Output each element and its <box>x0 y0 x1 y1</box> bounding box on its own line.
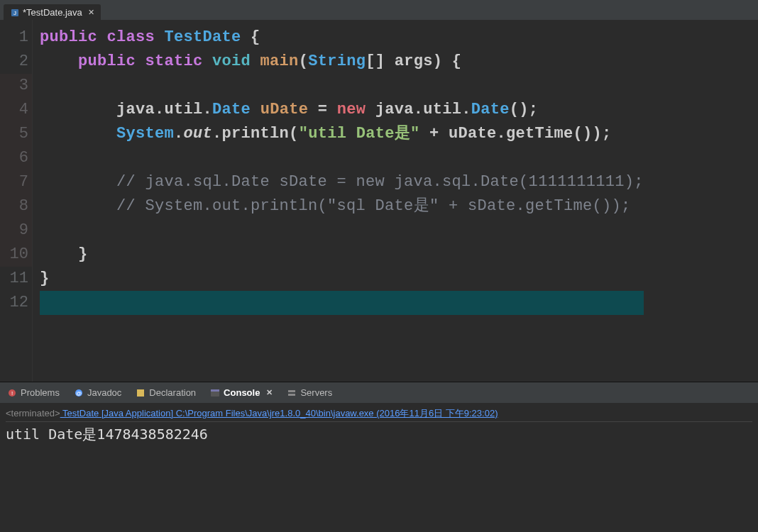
svg-rect-8 <box>211 389 219 392</box>
svg-text:!: ! <box>11 390 13 397</box>
close-icon[interactable]: ✕ <box>88 8 94 17</box>
line-number: 5 <box>9 122 28 146</box>
declaration-icon <box>136 388 145 398</box>
line-number-gutter: 1 2 3 4 5 6 7 8 9 10 11 12 <box>0 20 33 382</box>
javadoc-icon: @ <box>74 388 84 398</box>
editor-tab-testdate[interactable]: J *TestDate.java ✕ <box>4 4 101 20</box>
editor-tab-bar: J *TestDate.java ✕ <box>0 0 758 20</box>
line-number: 3 <box>9 74 28 98</box>
line-number: 12 <box>9 291 28 315</box>
problems-icon: ! <box>7 388 17 398</box>
java-file-icon: J <box>10 8 20 18</box>
line-number: 4 <box>9 98 28 122</box>
svg-text:@: @ <box>76 390 82 397</box>
console-content: <terminated> TestDate [Java Application]… <box>0 404 758 448</box>
line-number: 6 <box>9 146 28 170</box>
line-number: 7 <box>9 170 28 194</box>
line-number: 8 <box>9 194 28 218</box>
line-number: 11 <box>9 267 28 291</box>
line-number: 2 <box>9 50 28 74</box>
cursor-line <box>40 291 644 315</box>
tab-problems[interactable]: ! Problems <box>0 384 67 401</box>
close-icon[interactable]: ✕ <box>266 388 273 397</box>
editor-tab-label: *TestDate.java <box>23 7 82 18</box>
code-content[interactable]: public class TestDate { public static vo… <box>33 20 651 382</box>
svg-rect-6 <box>137 389 144 397</box>
tab-servers[interactable]: Servers <box>280 384 339 401</box>
line-number: 9 <box>9 218 28 243</box>
line-number: 10 <box>9 243 28 267</box>
tab-declaration[interactable]: Declaration <box>128 384 203 401</box>
editor-area[interactable]: 1 2 3 4 5 6 7 8 9 10 11 12 public class … <box>0 20 758 382</box>
console-icon <box>210 388 220 398</box>
tab-javadoc[interactable]: @ Javadoc <box>67 384 128 401</box>
line-number: 1 <box>9 26 28 50</box>
console-run-info: <terminated> TestDate [Java Application]… <box>6 407 752 422</box>
view-tab-bar: ! Problems @ Javadoc Declaration Console… <box>0 382 758 404</box>
svg-rect-9 <box>288 390 295 392</box>
bottom-panel: ! Problems @ Javadoc Declaration Console… <box>0 382 758 532</box>
svg-rect-10 <box>288 394 295 396</box>
console-output: util Date是1478438582246 <box>6 422 752 444</box>
tab-console[interactable]: Console ✕ <box>203 384 280 401</box>
servers-icon <box>287 388 297 398</box>
svg-text:J: J <box>13 10 16 16</box>
